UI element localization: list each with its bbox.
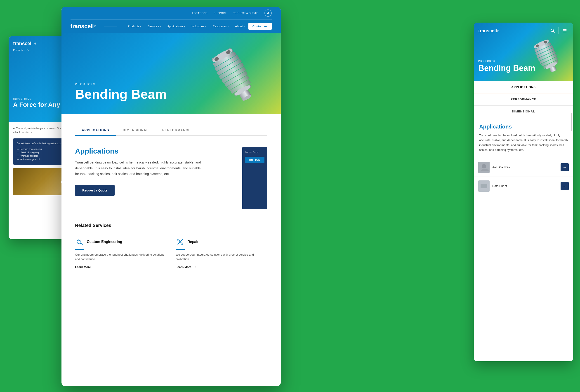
file-row-2: Data Sheet →	[474, 177, 573, 195]
middle-nav: transcell ® Products▾ Services▾ Applicat…	[71, 20, 272, 33]
left-nav-products[interactable]: Products	[13, 49, 23, 51]
right-topbar: transcell ®	[478, 27, 569, 35]
nav-divider	[104, 26, 117, 26]
tools-cross-icon	[176, 237, 185, 246]
section-title: Applications	[75, 147, 233, 155]
left-hero-title: A Force for Any	[13, 101, 60, 108]
arrow-icon: →	[193, 265, 197, 269]
service-description: We support our integrated solutions with…	[176, 252, 267, 262]
file-info: Auto Cad File	[478, 162, 510, 173]
load-cell-illustration	[204, 40, 267, 107]
svg-point-0	[267, 12, 269, 13]
hamburger-icon-btn[interactable]	[561, 27, 569, 35]
middle-hero-label: PRODUCTS	[75, 83, 167, 86]
svg-line-1	[269, 13, 270, 14]
file-thumb	[478, 162, 490, 173]
svg-point-22	[551, 29, 554, 32]
topbar-support[interactable]: SUPPORT	[214, 12, 227, 14]
left-nav-chevron: ›	[24, 49, 25, 51]
svg-line-19	[81, 243, 83, 245]
related-services-title: Related Services	[75, 223, 267, 232]
right-tabs: APPLICATIONS PERFORMANCE DIMENSIONAL	[474, 81, 573, 118]
svg-rect-43	[480, 184, 487, 188]
right-logo-trademark: ®	[497, 30, 498, 32]
topbar-quote[interactable]: REQUEST A QUOTE	[233, 12, 258, 14]
file-row-1: Auto Cad File →	[474, 158, 573, 177]
file-download-btn-2[interactable]: →	[561, 182, 569, 190]
learn-more-link[interactable]: Learn More →	[75, 265, 166, 269]
right-tab-performance[interactable]: PERFORMANCE	[474, 94, 573, 105]
file-info-2: Data Sheet	[478, 181, 507, 192]
right-icons	[549, 27, 569, 35]
topbar-search[interactable]	[265, 9, 272, 17]
right-logo: transcell ®	[478, 28, 499, 33]
left-hero-label: INDUSTRIES	[13, 98, 60, 100]
services-grid: Custom Engineering Our engineers embrace…	[75, 237, 267, 269]
service-header: Repair	[176, 237, 267, 246]
right-applications-section: Applications Transcell bending beam load…	[474, 118, 573, 158]
service-divider	[75, 249, 84, 250]
svg-line-23	[553, 31, 555, 33]
applications-content: Applications Transcell bending beam load…	[75, 147, 233, 209]
middle-card: LOCATIONS SUPPORT REQUEST A QUOTE transc…	[61, 7, 281, 386]
right-section-title: Applications	[479, 123, 568, 130]
topbar-locations[interactable]: LOCATIONS	[192, 12, 207, 14]
right-hero-product	[528, 36, 569, 77]
thumb-image-2	[478, 181, 490, 192]
nav-industries[interactable]: Industries▾	[189, 23, 209, 29]
middle-nav-links: Products▾ Services▾ Applications▾ Indust…	[125, 23, 272, 30]
icon-divider	[559, 27, 559, 34]
left-nav-services[interactable]: Se...	[26, 49, 32, 51]
contact-btn[interactable]: Contact us	[248, 23, 272, 30]
nav-about[interactable]: About▾	[232, 23, 248, 29]
thumb-image	[478, 162, 490, 173]
search-icon-btn[interactable]	[549, 27, 557, 35]
svg-point-41	[482, 164, 486, 169]
middle-logo-trademark: ®	[94, 25, 96, 28]
related-services: Related Services Custom Engineering	[75, 223, 267, 269]
nav-resources[interactable]: Resources▾	[210, 23, 231, 29]
service-name: Custom Engineering	[87, 240, 122, 244]
nav-applications[interactable]: Applications▾	[164, 23, 188, 29]
left-logo-brand: transcell	[13, 41, 32, 47]
nav-products[interactable]: Products▾	[125, 23, 144, 29]
tab-dimensional[interactable]: DIMENSIONAL	[116, 125, 155, 136]
middle-topbar: LOCATIONS SUPPORT REQUEST A QUOTE	[71, 7, 272, 20]
service-repair: Repair We support our integrated solutio…	[176, 237, 267, 269]
service-custom-engineering: Custom Engineering Our engineers embrace…	[75, 237, 166, 269]
right-tab-dimensional[interactable]: DIMENSIONAL	[474, 106, 573, 118]
file-thumb-2	[478, 181, 490, 192]
file-name-2: Data Sheet	[492, 184, 507, 188]
service-divider	[176, 249, 185, 250]
right-section-body: Transcell bending beam load cell is herm…	[479, 133, 568, 152]
service-name: Repair	[187, 240, 199, 244]
tab-performance[interactable]: PERFORMANCE	[155, 125, 198, 136]
middle-hero-title: Bending Beam	[75, 88, 167, 101]
right-card-header: transcell ®	[474, 23, 573, 81]
middle-tabs: APPLICATIONS DIMENSIONAL PERFORMANCE	[75, 114, 267, 136]
service-header: Custom Engineering	[75, 237, 166, 246]
tab-applications[interactable]: APPLICATIONS	[75, 125, 116, 136]
demo-sidebar: Lorem Demo BUTTON	[242, 147, 267, 209]
middle-header: LOCATIONS SUPPORT REQUEST A QUOTE transc…	[61, 7, 281, 33]
arrow-icon: →	[93, 265, 96, 269]
file-download-btn[interactable]: →	[561, 163, 569, 171]
applications-section: Applications Transcell bending beam load…	[75, 147, 267, 209]
left-hero-text: INDUSTRIES A Force for Any	[13, 98, 60, 108]
hero-product-image	[204, 40, 267, 107]
middle-hero: PRODUCTS Bending Beam	[61, 33, 281, 114]
right-load-cell-illustration	[528, 36, 569, 77]
right-tab-applications[interactable]: APPLICATIONS	[474, 81, 573, 93]
left-logo-trademark: ®	[34, 42, 36, 45]
nav-services[interactable]: Services▾	[145, 23, 164, 29]
file-name: Auto Cad File	[492, 166, 510, 169]
demo-btn[interactable]: BUTTON	[245, 157, 265, 163]
svg-point-18	[77, 240, 80, 243]
learn-more-link[interactable]: Learn More →	[176, 265, 267, 269]
middle-logo-brand: transcell	[71, 23, 94, 30]
scroll-indicator	[571, 113, 572, 131]
cta-button[interactable]: Request a Quote	[75, 185, 115, 196]
middle-hero-text: PRODUCTS Bending Beam	[75, 83, 167, 101]
section-body: Transcell bending beam load cell is herm…	[75, 159, 202, 177]
right-logo-brand: transcell	[478, 28, 497, 33]
